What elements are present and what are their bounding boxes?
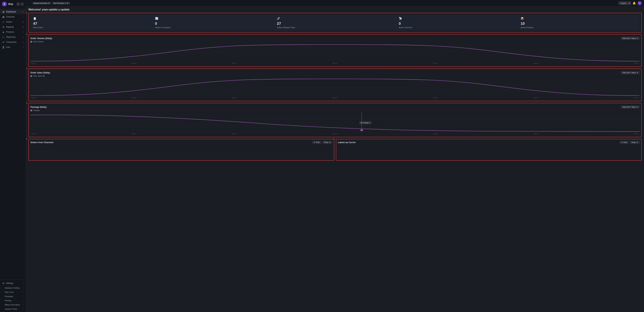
settings-sub-printing[interactable]: Printing ☆ (0, 298, 26, 302)
stat-card-channels: 📡 0 Active Channels (396, 15, 518, 31)
pkg-x-sep14: Sep 14 (333, 133, 338, 135)
sidebar-toggle-btn[interactable]: ⊟ (16, 2, 20, 6)
svg-point-26 (360, 129, 363, 131)
pkg-x-sep17: Sep 17 (634, 133, 639, 135)
order-sales-section: 3 Order Sales (Daily) Daily (last 7 days… (28, 69, 642, 101)
labels-carrier-today-btn[interactable]: Today ▼ (630, 141, 640, 144)
settings-sub-packages[interactable]: Packages ☆ (0, 294, 26, 298)
x-label-sep11: Sep 11 (31, 63, 36, 64)
package-filter-label: Daily (last 7 days) (622, 106, 636, 108)
order-sales-filter[interactable]: Daily (last 7 days) ▼ (621, 71, 640, 74)
packages-fav-icon: ☆ (22, 295, 24, 297)
labels-today-chevron-icon: ▼ (636, 141, 638, 143)
sidebar-expand-btn[interactable]: ↗ (20, 2, 24, 6)
x-label-sep17: Sep 17 (634, 63, 639, 64)
sidebar-item-transaction[interactable]: ⇄ Transaction + (0, 40, 26, 45)
user-add-icon: + (22, 46, 24, 49)
sidebar-item-shipments[interactable]: ⇨ Shipments + (0, 35, 26, 40)
mapping-icon: ⊕ (2, 26, 5, 28)
settings-sub-validation[interactable]: Validation Setting ☆ (0, 286, 26, 290)
orders-channels-empty (30, 145, 332, 159)
sidebar-label-user: User (6, 46, 10, 48)
sidebar-item-mapping[interactable]: ⊕ Mapping ★ (0, 25, 26, 30)
merchant-dropdown-icon: ▼ (48, 2, 50, 4)
package-svg (30, 112, 640, 133)
language-select[interactable]: English (618, 1, 631, 5)
today-chevron-icon: ▼ (329, 141, 331, 143)
settings-collapse-icon: − (23, 282, 24, 284)
order-volume-legend-dot (30, 41, 32, 43)
pkg-x-sep11: Sep 11 (31, 133, 36, 135)
pkg-x-sep15: Sep 15 (433, 133, 438, 135)
sidebar-label-transaction: Transaction (6, 41, 16, 43)
section-num-6: 6 (334, 138, 335, 140)
package-section: 4 Package (Daily) Daily (last 7 days) ▼ … (28, 103, 642, 137)
stats-row: 📋 47 New Orders 🔄 0 Orders In Progress 🚀… (30, 15, 640, 31)
topbar-right: English 🔔 U (618, 1, 642, 5)
products-label: Active Products (520, 27, 637, 29)
labels-carrier-filter-btn[interactable]: ▼ Filter (620, 141, 629, 144)
home-icon[interactable]: ⌂ (28, 2, 30, 4)
labels-carrier-title: Labels by Carrier (338, 141, 356, 144)
labels-filter-icon: ▼ (621, 141, 623, 143)
labels-carrier-today-label: Today (631, 141, 636, 143)
orders-channels-today-btn[interactable]: Today ▼ (322, 141, 332, 144)
x-label-sep16: Sep 16 (534, 63, 538, 64)
merchant-name: default merchant (34, 2, 48, 4)
sidebar-item-orders[interactable]: ≡ Orders ★ (0, 19, 26, 25)
in-progress-value: 0 (155, 21, 272, 26)
order-sales-chart: Order Sales (Daily) Daily (last 7 days) … (30, 71, 640, 99)
favorites-btn[interactable]: My Favorites: 2 ▼ (52, 2, 70, 5)
sidebar-item-products[interactable]: ◈ Products + (0, 30, 26, 35)
orders-channels-panel: 5 Orders from Channels ▼ Filter Today ▼ (28, 139, 334, 161)
order-volume-section: 2 Order Volume (Daily) Daily (last 7 day… (28, 34, 642, 67)
channels-value: 0 (399, 21, 515, 26)
orders-icon: ≡ (2, 21, 5, 23)
bottom-row: 5 Orders from Channels ▼ Filter Today ▼ (28, 139, 642, 161)
settings-header[interactable]: ⚙ Settings − (0, 281, 26, 286)
sidebar-item-channels[interactable]: ▦ Channels ☆ (0, 14, 26, 19)
sales-x-sep14: Sep 14 (333, 97, 338, 99)
orders-channels-filter-btn[interactable]: ▼ Filter (312, 141, 321, 144)
merchant-badge[interactable]: default merchant ▼ (32, 2, 51, 5)
support-ticket-label: Support Ticket (5, 308, 17, 310)
order-sales-legend-dot (30, 75, 32, 77)
avatar[interactable]: U (638, 1, 642, 5)
order-volume-chart-container (30, 44, 640, 62)
sidebar-item-user[interactable]: 👤 User + (0, 45, 26, 50)
page-title: Welcome! yeye-update y-update (28, 8, 642, 11)
sidebar-logo: S Ship ⊟ ↗ (0, 0, 26, 8)
sidebar-item-dashboard[interactable]: ⊞ Dashboard ★ (0, 9, 26, 14)
pkg-x-sep16: Sep 16 (534, 133, 538, 135)
notification-icon[interactable]: 🔔 (632, 2, 636, 5)
package-filter[interactable]: Daily (last 7 days) ▼ (621, 106, 640, 108)
shipped-label: Orders Shipped Today (277, 27, 393, 29)
channels-icon: ▦ (2, 16, 5, 18)
settings-sub-support[interactable]: Support Ticket ☆ (0, 307, 26, 311)
labels-carrier-header: Labels by Carrier ▼ Filter Today ▼ (338, 141, 640, 144)
content-area: Welcome! yeye-update y-update 1 📋 47 New… (26, 7, 644, 312)
order-volume-svg (30, 44, 640, 62)
order-sales-filter-label: Daily (last 7 days) (622, 72, 636, 74)
favorites-chevron-icon: ▼ (67, 2, 69, 4)
order-volume-header: Order Volume (Daily) Daily (last 7 days)… (30, 37, 640, 40)
package-filter-chevron: ▼ (636, 106, 638, 108)
settings-sub-ship-from[interactable]: Ship From ☆ (0, 290, 26, 294)
order-sales-chart-container (30, 78, 640, 97)
active-channels-icon: 📡 (399, 17, 515, 20)
order-volume-filter[interactable]: Daily (last 7 days) ▼ (621, 37, 640, 40)
order-volume-legend-label: Order Volume (33, 41, 44, 43)
orders-channels-today-label: Today (324, 141, 328, 143)
billing-fav-icon: ☆ (22, 303, 24, 306)
transaction-icon: ⇄ (2, 41, 5, 44)
settings-sub-billing[interactable]: Billing Information ☆ (0, 302, 26, 307)
sales-x-sep15: Sep 15 (433, 97, 438, 99)
order-volume-filter-label: Daily (last 7 days) (622, 37, 636, 39)
order-volume-title: Order Volume (Daily) (30, 37, 52, 40)
package-chart: Package (Daily) Daily (last 7 days) ▼ Pa… (30, 105, 640, 135)
orders-channels-header: Orders from Channels ▼ Filter Today ▼ (30, 141, 332, 144)
breadcrumb-sep: / (30, 2, 31, 4)
sidebar: S Ship ⊟ ↗ ⊞ Dashboard ★ ▦ Channels ☆ ≡ … (0, 0, 26, 312)
sales-x-sep13: Sep 13 (232, 97, 237, 99)
package-chart-container: Package: 0 (30, 112, 640, 133)
